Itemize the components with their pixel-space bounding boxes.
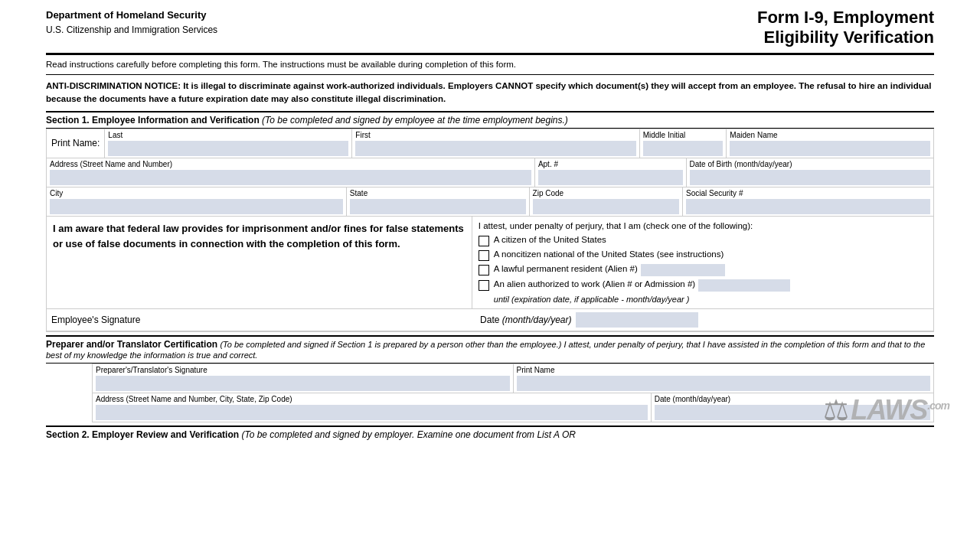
notice-divider bbox=[46, 74, 934, 75]
checkbox-row-1: A citizen of the United States bbox=[479, 235, 927, 246]
signature-row: Employee's Signature Date (month/day/yea… bbox=[47, 309, 933, 331]
preparer-header: Preparer and/or Translator Certification… bbox=[46, 335, 934, 364]
checkbox-noncitizen[interactable] bbox=[479, 250, 489, 261]
preparer-print-name-label: Print Name bbox=[517, 366, 931, 374]
dept-line2: U.S. Citizenship and Immigration Service… bbox=[46, 23, 217, 37]
attestation-section: I am aware that federal law provides for… bbox=[47, 217, 933, 309]
zip-field: Zip Code bbox=[530, 187, 683, 216]
address-label: Address (Street Name and Number) bbox=[50, 160, 531, 168]
city-field: City bbox=[47, 187, 347, 216]
state-field: State bbox=[347, 187, 530, 216]
preparer-form-grid: Preparer's/Translator's Signature Print … bbox=[92, 364, 934, 422]
last-label: Last bbox=[108, 131, 348, 139]
header-divider bbox=[46, 53, 934, 55]
ssn-label: Social Security # bbox=[686, 189, 930, 197]
city-state-row: City State Zip Code Social Security # bbox=[47, 187, 933, 217]
anti-discrimination-notice: ANTI-DISCRIMINATION NOTICE: It is illega… bbox=[46, 80, 934, 106]
state-input[interactable] bbox=[350, 199, 526, 214]
zip-input[interactable] bbox=[533, 199, 679, 214]
section1-header-bold: Section 1. Employee Information and Veri… bbox=[46, 115, 260, 126]
date-label: Date (month/day/year) bbox=[480, 315, 571, 325]
checkbox-lpr-label: A lawful permanent resident (Alien #) bbox=[494, 264, 638, 273]
until-row: until (expiration date, if applicable - … bbox=[494, 295, 927, 304]
checkbox-alien-work[interactable] bbox=[479, 280, 489, 291]
section2-header-bold: Section 2. Employer Review and Verificat… bbox=[46, 429, 239, 440]
checkbox-row-4: An alien authorized to work (Alien # or … bbox=[479, 279, 927, 292]
ssn-input[interactable] bbox=[686, 199, 930, 214]
ssn-field: Social Security # bbox=[683, 187, 933, 216]
middle-initial-label: Middle Initial bbox=[643, 131, 724, 139]
preparer-addr-label: Address (Street Name and Number, City, S… bbox=[96, 395, 648, 403]
section1-header: Section 1. Employee Information and Veri… bbox=[46, 111, 934, 129]
checkbox-citizen-label: A citizen of the United States bbox=[494, 235, 606, 244]
checkbox-lpr[interactable] bbox=[479, 265, 489, 276]
preparer-print-name-input[interactable] bbox=[517, 376, 931, 391]
preparer-print-name-field: Print Name bbox=[514, 364, 934, 393]
checkbox-alien-work-label: An alien authorized to work (Alien # or … bbox=[494, 279, 695, 289]
checkbox-noncitizen-label: A noncitizen national of the United Stat… bbox=[494, 249, 724, 259]
preparer-addr-field: Address (Street Name and Number, City, S… bbox=[93, 393, 652, 422]
attestation-right: I attest, under penalty of perjury, that… bbox=[472, 217, 933, 308]
name-row: Print Name: Last First Middle Initial Ma… bbox=[47, 129, 933, 158]
agency-info: Department of Homeland Security U.S. Cit… bbox=[46, 8, 217, 37]
city-input[interactable] bbox=[50, 199, 343, 214]
city-label: City bbox=[50, 189, 343, 197]
emp-sig-label: Employee's Signature bbox=[51, 315, 472, 325]
print-name-label: Print Name: bbox=[47, 129, 105, 158]
first-name-field: First bbox=[352, 129, 639, 158]
date-input[interactable] bbox=[576, 312, 698, 328]
preparer-sig-row: Preparer's/Translator's Signature Print … bbox=[93, 364, 933, 393]
preparer-addr-input[interactable] bbox=[96, 405, 648, 420]
watermark-com: .com bbox=[927, 399, 949, 412]
preparer-sig-input[interactable] bbox=[96, 376, 510, 391]
checkbox-row-2: A noncitizen national of the United Stat… bbox=[479, 249, 927, 261]
section2-header: Section 2. Employer Review and Verificat… bbox=[46, 425, 934, 442]
first-label: First bbox=[355, 131, 635, 139]
dob-label: Date of Birth (month/day/year) bbox=[690, 160, 930, 168]
maiden-name-label: Maiden Name bbox=[730, 131, 930, 139]
last-name-field: Last bbox=[105, 129, 352, 158]
checkbox-citizen[interactable] bbox=[479, 236, 489, 246]
checkbox-row-3: A lawful permanent resident (Alien #) bbox=[479, 264, 927, 276]
preparer-sig-field: Preparer's/Translator's Signature bbox=[93, 364, 514, 393]
maiden-name-input[interactable] bbox=[730, 141, 930, 156]
read-instructions-notice: Read instructions carefully before compl… bbox=[46, 58, 934, 71]
preparer-header-bold: Preparer and/or Translator Certification bbox=[46, 339, 217, 350]
apt-field: Apt. # bbox=[535, 158, 687, 187]
middle-initial-input[interactable] bbox=[643, 141, 724, 156]
address-input[interactable] bbox=[50, 170, 531, 185]
address-field: Address (Street Name and Number) bbox=[47, 158, 535, 187]
dept-line1: Department of Homeland Security bbox=[46, 8, 217, 23]
attest-title: I attest, under penalty of perjury, that… bbox=[479, 221, 927, 230]
preparer-addr-row: Address (Street Name and Number, City, S… bbox=[93, 393, 933, 422]
maiden-name-field: Maiden Name bbox=[727, 129, 933, 158]
form-title-line1: Form I-9, Employment bbox=[757, 8, 934, 28]
form-title-line2: Eligibility Verification bbox=[757, 28, 934, 47]
last-name-input[interactable] bbox=[108, 141, 348, 156]
form-title: Form I-9, Employment Eligibility Verific… bbox=[757, 8, 934, 48]
section2-header-italic: (To be completed and signed by employer.… bbox=[241, 429, 575, 440]
first-name-input[interactable] bbox=[355, 141, 635, 156]
middle-initial-field: Middle Initial bbox=[640, 129, 727, 158]
state-label: State bbox=[350, 189, 526, 197]
dob-input[interactable] bbox=[690, 170, 930, 185]
header-row: Department of Homeland Security U.S. Cit… bbox=[46, 8, 934, 48]
employee-form-grid: Print Name: Last First Middle Initial Ma… bbox=[46, 129, 934, 332]
watermark-text: LAWS.com bbox=[851, 394, 949, 426]
watermark-icon: ⚖ bbox=[823, 393, 849, 427]
address-row: Address (Street Name and Number) Apt. # … bbox=[47, 158, 933, 187]
section1-header-italic: (To be completed and signed by employee … bbox=[262, 115, 568, 126]
alien-admission-input[interactable] bbox=[698, 279, 790, 292]
zip-label: Zip Code bbox=[533, 189, 679, 197]
apt-label: Apt. # bbox=[538, 160, 683, 168]
date-section: Date (month/day/year) bbox=[472, 312, 698, 328]
preparer-sig-label: Preparer's/Translator's Signature bbox=[96, 366, 510, 374]
attestation-left-text: I am aware that federal law provides for… bbox=[47, 217, 472, 308]
apt-input[interactable] bbox=[538, 170, 683, 185]
alien-number-input[interactable] bbox=[641, 264, 725, 276]
watermark: ⚖ LAWS.com bbox=[823, 393, 949, 427]
dob-field: Date of Birth (month/day/year) bbox=[687, 158, 933, 187]
